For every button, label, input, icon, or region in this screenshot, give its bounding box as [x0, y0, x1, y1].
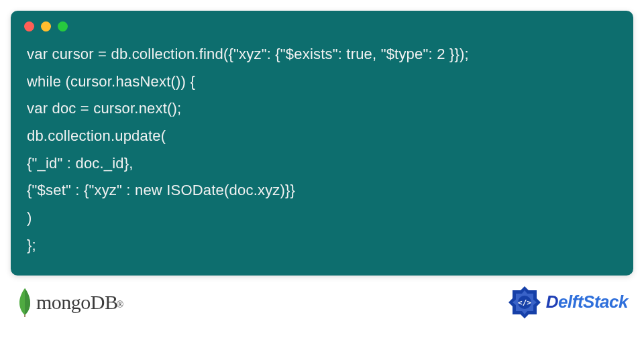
- code-line: while (cursor.hasNext()) {: [27, 73, 195, 90]
- registered-symbol: ®: [117, 300, 124, 310]
- close-icon[interactable]: [24, 21, 34, 32]
- window-titlebar: [11, 11, 633, 37]
- maximize-icon[interactable]: [58, 21, 68, 32]
- code-line: var cursor = db.collection.find({"xyz": …: [27, 46, 469, 62]
- code-line: };: [27, 237, 36, 253]
- mongodb-wordmark: mongoDB: [36, 291, 118, 314]
- delftstack-badge-icon: </>: [507, 285, 542, 320]
- delftstack-logo: </> DelftStack: [507, 285, 628, 320]
- delftstack-wordmark: DelftStack: [546, 292, 628, 312]
- code-line: {"_id" : doc._id},: [27, 155, 133, 172]
- code-line: db.collection.update(: [27, 127, 166, 144]
- footer: mongoDB ® </> DelftStack: [11, 276, 633, 325]
- code-line: var doc = cursor.next();: [27, 100, 181, 117]
- svg-text:</>: </>: [518, 298, 531, 307]
- code-line: {"$set" : {"xyz" : new ISODate(doc.xyz)}…: [27, 182, 295, 198]
- code-line: ): [27, 209, 32, 226]
- code-window: var cursor = db.collection.find({"xyz": …: [11, 11, 633, 276]
- code-content: var cursor = db.collection.find({"xyz": …: [11, 37, 633, 276]
- mongodb-logo: mongoDB ®: [16, 287, 127, 318]
- minimize-icon[interactable]: [41, 21, 51, 32]
- mongodb-leaf-icon: [16, 287, 34, 318]
